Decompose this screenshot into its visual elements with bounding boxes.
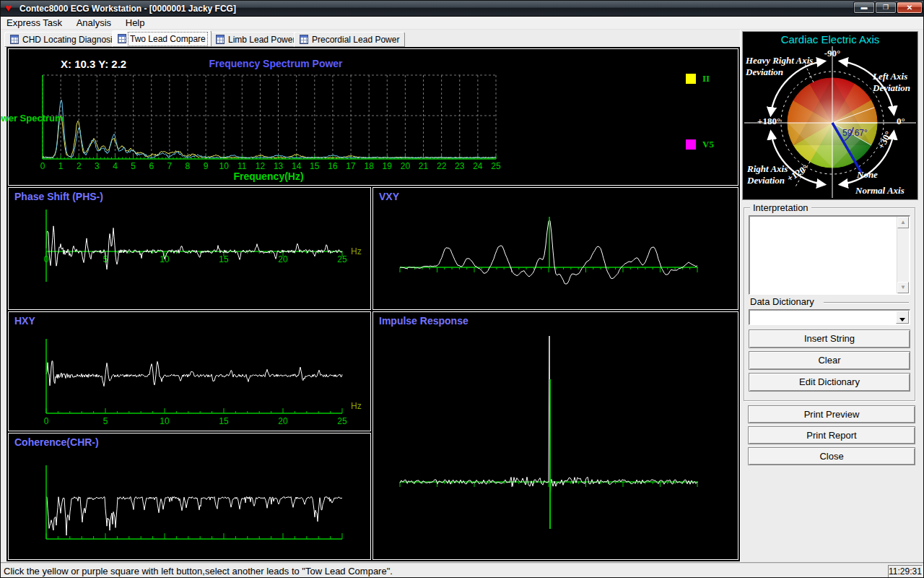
heavy-right-axis-label-1: Heavy Right Axis — [746, 55, 813, 66]
svg-text:17: 17 — [346, 161, 356, 171]
svg-text:20: 20 — [401, 161, 411, 171]
none-label: None — [857, 169, 878, 181]
svg-text:14: 14 — [292, 161, 302, 171]
edit-dictionary-button[interactable]: Edit Dictionary — [749, 373, 910, 392]
svg-text:19: 19 — [383, 161, 393, 171]
chevron-down-icon — [899, 318, 905, 322]
interpretation-textarea[interactable]: ▲ ▼ — [749, 215, 910, 295]
panel-impulse-response: Impulse Response — [372, 311, 738, 560]
svg-text:15: 15 — [219, 254, 229, 264]
menu-express-task[interactable]: Express Task — [1, 17, 68, 30]
phase-shift-plot: 0510152025Hz — [9, 188, 370, 309]
coherence-title: Coherence(CHR-) — [14, 436, 99, 448]
menu-analysis[interactable]: Analysis — [71, 17, 117, 30]
svg-text:11: 11 — [237, 161, 247, 171]
panel-hxy: HXY 0510152025Hz — [8, 311, 371, 431]
svg-text:0: 0 — [40, 161, 45, 171]
scrollbar[interactable]: ▲ ▼ — [897, 217, 909, 293]
interpretation-label: Interpretation — [750, 202, 811, 213]
deg-0-label: 0° — [897, 116, 905, 127]
svg-text:1: 1 — [58, 161, 64, 171]
status-bar: Click the yellow or purple square with l… — [1, 563, 924, 578]
svg-text:13: 13 — [274, 161, 284, 171]
impulse-response-title: Impulse Response — [379, 315, 468, 327]
vxy-plot — [373, 188, 738, 309]
svg-text:7: 7 — [167, 161, 172, 171]
svg-text:5: 5 — [103, 416, 108, 426]
close-button[interactable]: ✕ — [897, 2, 922, 13]
normal-axis-label: Normal Axis — [855, 185, 905, 197]
deg-180-label: +180° — [757, 116, 780, 127]
legend-lead-ii: II — [686, 73, 710, 85]
svg-text:20: 20 — [278, 254, 288, 264]
frequency-axis-label: Frequency(Hz) — [196, 171, 341, 182]
svg-text:2: 2 — [77, 161, 82, 171]
svg-text:10: 10 — [160, 416, 170, 426]
heavy-right-axis-label-2: Deviation — [746, 66, 783, 78]
tab-two-lead-compare[interactable]: Two Lead Compare — [112, 30, 212, 47]
tab-strip: CHD Locating Diagnosis Two Lead Compare … — [1, 30, 740, 47]
left-axis-label-1: Left Axis — [873, 71, 907, 82]
table-icon — [300, 35, 308, 44]
heart-logo-icon: ♥ — [5, 1, 12, 14]
insert-string-button[interactable]: Insert String — [749, 329, 910, 348]
close-view-button[interactable]: Close — [748, 447, 915, 465]
svg-text:18: 18 — [364, 161, 374, 171]
print-preview-button[interactable]: Print Preview — [748, 405, 915, 423]
svg-text:22: 22 — [437, 161, 447, 171]
svg-text:15: 15 — [219, 416, 229, 426]
coherence-plot — [9, 434, 370, 559]
power-spectrum-axis-label: Power Spectrum — [0, 113, 64, 124]
impulse-response-plot — [373, 312, 738, 559]
tab-chd-locating-diagnosis[interactable]: CHD Locating Diagnosis — [4, 32, 123, 47]
left-axis-label-2: Deviation — [873, 82, 910, 94]
print-report-button[interactable]: Print Report — [748, 426, 915, 444]
panel-vxy: VXY — [372, 187, 738, 310]
titlebar[interactable]: ♥ Contec8000 ECG Workstation - [0000001 … — [1, 1, 924, 17]
svg-text:Hz: Hz — [351, 246, 362, 256]
panel-frequency-spectrum: X: 10.3 Y: 2.2 Frequency Spectrum Power … — [8, 48, 738, 186]
svg-text:21: 21 — [419, 161, 429, 171]
combo-dropdown-button[interactable] — [896, 311, 909, 324]
vxy-title: VXY — [379, 191, 399, 202]
clock: 11:29:31 — [888, 565, 923, 578]
table-icon — [10, 35, 19, 44]
menu-help[interactable]: Help — [120, 17, 151, 30]
svg-text:0: 0 — [44, 416, 49, 426]
charts-area: X: 10.3 Y: 2.2 Frequency Spectrum Power … — [6, 47, 740, 561]
clear-button[interactable]: Clear — [749, 351, 910, 370]
axis-angle-value: 59.67° — [842, 128, 868, 138]
minimize-button[interactable]: ▬ — [854, 2, 874, 13]
scroll-down-icon[interactable]: ▼ — [897, 282, 909, 293]
tab-limb-lead-power[interactable]: Limb Lead Power — [210, 32, 301, 47]
status-message: Click the yellow or purple square with l… — [4, 566, 393, 577]
hxy-title: HXY — [14, 315, 35, 327]
svg-text:20: 20 — [278, 416, 288, 426]
restore-button[interactable]: ❐ — [876, 2, 896, 13]
scroll-up-icon[interactable]: ▲ — [897, 217, 909, 228]
svg-text:16: 16 — [328, 161, 338, 171]
data-dictionary-combobox[interactable] — [749, 309, 910, 325]
window-title: Contec8000 ECG Workstation - [0000001 Ja… — [19, 4, 236, 14]
etched-divider — [824, 302, 909, 303]
svg-text:10: 10 — [219, 161, 230, 171]
cardiac-axis-title: Cardiac Electric Axis — [743, 33, 918, 46]
legend-lead-v5: V5 — [686, 139, 714, 150]
deg-minus90-label: -90° — [824, 48, 841, 59]
svg-text:9: 9 — [204, 161, 209, 171]
right-axis-label-2: Deviation — [747, 175, 785, 186]
app-window: ♥ Contec8000 ECG Workstation - [0000001 … — [0, 0, 924, 578]
svg-text:15: 15 — [310, 161, 320, 171]
tab-precordial-lead-power[interactable]: Precordial Lead Power — [294, 32, 405, 47]
svg-text:4: 4 — [113, 161, 118, 171]
svg-text:Hz: Hz — [351, 401, 362, 411]
svg-text:3: 3 — [95, 161, 100, 171]
cursor-readout: X: 10.3 Y: 2.2 — [61, 58, 126, 70]
window-controls: ▬ ❐ ✕ — [854, 2, 922, 13]
panel-phase-shift: Phase Shift (PHS-) 0510152025Hz — [8, 187, 371, 310]
interpretation-group: Interpretation ▲ ▼ Data Dictionary Inser… — [744, 207, 915, 401]
right-axis-label-1: Right Axis — [747, 163, 788, 175]
lead-v5-swatch[interactable] — [686, 139, 696, 150]
lead-ii-swatch[interactable] — [686, 74, 696, 84]
svg-text:25: 25 — [337, 254, 347, 264]
